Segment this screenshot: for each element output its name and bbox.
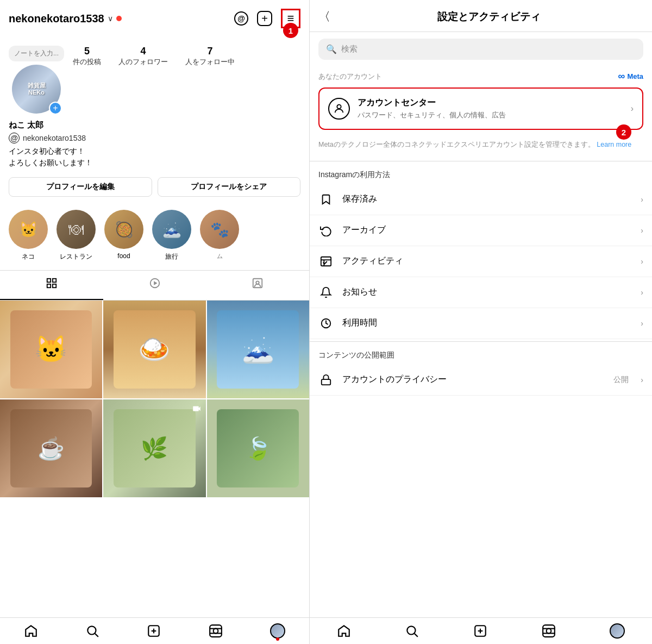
bell-icon <box>318 285 334 300</box>
avatar-wrapper: 雑貨屋 NEKo + <box>12 65 61 114</box>
highlight-label-food: food <box>117 252 130 260</box>
online-dot <box>116 16 122 21</box>
username-chevron: ∨ <box>108 14 113 23</box>
nav-search[interactable] <box>85 624 99 638</box>
right-nav-search[interactable] <box>405 624 419 638</box>
privacy-value: 公開 <box>613 375 629 385</box>
nav-home[interactable] <box>24 624 38 638</box>
highlight-circle-travel: 🗻 <box>152 210 191 249</box>
highlight-circle-neko: 🐱 <box>9 210 48 249</box>
photo-cell-4[interactable]: ☕ <box>0 399 102 497</box>
tab-grid[interactable] <box>0 271 103 300</box>
account-center-text: アカウントセンター パスワード、セキュリティ、個人の情報、広告 <box>358 97 623 120</box>
photo-cell-3[interactable]: 🗻 <box>207 301 309 398</box>
tab-reels[interactable] <box>103 271 206 300</box>
account-badge-2: 2 <box>616 124 631 140</box>
threads-icon[interactable]: @ <box>234 11 248 26</box>
edit-profile-button[interactable]: プロフィールを編集 <box>9 177 152 197</box>
svg-rect-27 <box>543 625 555 637</box>
svg-point-8 <box>87 626 96 634</box>
photo-cell-6[interactable]: 🍃 <box>207 399 309 497</box>
right-nav-home[interactable] <box>337 624 351 638</box>
svg-line-23 <box>415 634 418 637</box>
nav-add[interactable] <box>147 624 161 638</box>
profile-name: ねこ 太郎 <box>0 120 309 133</box>
svg-rect-21 <box>322 379 331 385</box>
tab-tagged[interactable] <box>206 271 309 300</box>
stat-posts[interactable]: 5 件の投稿 <box>73 46 101 67</box>
menu-badge: 1 <box>283 23 298 38</box>
menu-item-privacy[interactable]: アカウントのプライバシー 公開 › <box>310 365 652 396</box>
activity-icon <box>318 254 334 269</box>
svg-rect-18 <box>321 257 331 266</box>
nav-reels[interactable] <box>209 624 223 638</box>
left-bottom-nav <box>0 617 309 644</box>
highlight-circle-restaurant: 🍽 <box>57 210 96 249</box>
menu-item-saved[interactable]: 保存済み › <box>310 184 652 215</box>
svg-rect-1 <box>53 279 56 282</box>
notifications-label: お知らせ <box>342 286 632 298</box>
action-buttons: プロフィールを編集 プロフィールをシェア <box>0 177 309 205</box>
header-icons: @ + ≡ 1 <box>234 9 300 28</box>
stat-followers[interactable]: 4 人のフォロワー <box>118 46 168 67</box>
highlight-item-travel[interactable]: 🗻 旅行 <box>152 210 191 261</box>
menu-item-archive[interactable]: アーカイブ › <box>310 215 652 246</box>
stats-row: 5 件の投稿 4 人のフォロワー 7 人をフォロー中 <box>73 46 300 67</box>
grid-icon <box>46 277 58 292</box>
nav-avatar <box>270 623 285 639</box>
photo-cell-5[interactable]: 🌿 <box>103 399 205 497</box>
reels-icon <box>149 277 161 292</box>
highlight-circle-more: 🐾 <box>200 210 239 249</box>
svg-point-22 <box>408 626 416 634</box>
right-nav-profile[interactable] <box>610 623 625 639</box>
photo-cell-1[interactable]: 🐱 <box>0 301 102 398</box>
svg-rect-2 <box>47 284 51 287</box>
svg-rect-0 <box>47 279 51 282</box>
search-bar[interactable]: 🔍 検索 <box>318 39 643 60</box>
learn-more-link[interactable]: Learn more <box>597 141 631 148</box>
highlight-item-restaurant[interactable]: 🍽 レストラン <box>57 210 96 261</box>
activity-chevron: › <box>641 257 643 266</box>
note-bubble: ノートを入力... <box>9 46 64 61</box>
divider-1 <box>310 161 652 161</box>
highlights-row: 🐱 ネコ 🍽 レストラン 🥘 food 🗻 旅行 🐾 ム <box>0 205 309 266</box>
right-title: 設定とアクティビティ <box>337 10 641 24</box>
right-nav-add[interactable] <box>473 624 487 638</box>
highlight-item-food[interactable]: 🥘 food <box>104 210 143 261</box>
usage-time-label: 利用時間 <box>342 317 632 329</box>
timer-icon <box>318 316 334 331</box>
posts-count: 5 <box>84 46 90 57</box>
nav-profile[interactable] <box>270 623 285 639</box>
lock-icon <box>318 372 334 387</box>
highlight-label-travel: 旅行 <box>165 252 178 261</box>
back-button[interactable]: 〈 <box>318 9 330 25</box>
search-icon: 🔍 <box>326 44 337 54</box>
menu-item-notifications[interactable]: お知らせ › <box>310 277 652 308</box>
add-post-icon[interactable]: + <box>257 11 272 26</box>
threads-handle-row: @ nekonekotaro1538 <box>0 133 309 146</box>
video-badge <box>192 404 202 416</box>
svg-rect-3 <box>53 284 56 287</box>
right-bottom-nav <box>310 617 652 644</box>
divider-2 <box>310 341 652 342</box>
highlight-item-more[interactable]: 🐾 ム <box>200 210 239 261</box>
following-count: 7 <box>208 46 213 57</box>
account-center-card[interactable]: アカウントセンター パスワード、セキュリティ、個人の情報、広告 › 2 <box>318 87 643 130</box>
menu-item-usage-time[interactable]: 利用時間 › <box>310 308 652 339</box>
left-panel: nekonekotaro1538 ∨ @ + ≡ 1 ノートを入力... 雑貨屋… <box>0 0 310 644</box>
archive-icon <box>318 223 334 238</box>
right-nav-reels[interactable] <box>542 624 556 638</box>
menu-item-activity[interactable]: アクティビティ › <box>310 246 652 277</box>
meta-logo: ∞ Meta <box>618 71 643 82</box>
photo-cell-2[interactable]: 🍛 <box>103 301 205 398</box>
avatar-plus-icon[interactable]: + <box>49 102 62 115</box>
account-center-icon <box>328 98 350 120</box>
followers-count: 4 <box>141 46 146 57</box>
profile-header: nekonekotaro1538 ∨ @ + ≡ 1 <box>0 0 309 33</box>
stat-following[interactable]: 7 人をフォロー中 <box>185 46 235 67</box>
share-profile-button[interactable]: プロフィールをシェア <box>158 177 301 197</box>
highlight-item-neko[interactable]: 🐱 ネコ <box>9 210 48 261</box>
highlight-label-restaurant: レストラン <box>60 252 92 261</box>
following-label: 人をフォロー中 <box>185 57 235 67</box>
highlight-circle-food: 🥘 <box>104 210 143 249</box>
